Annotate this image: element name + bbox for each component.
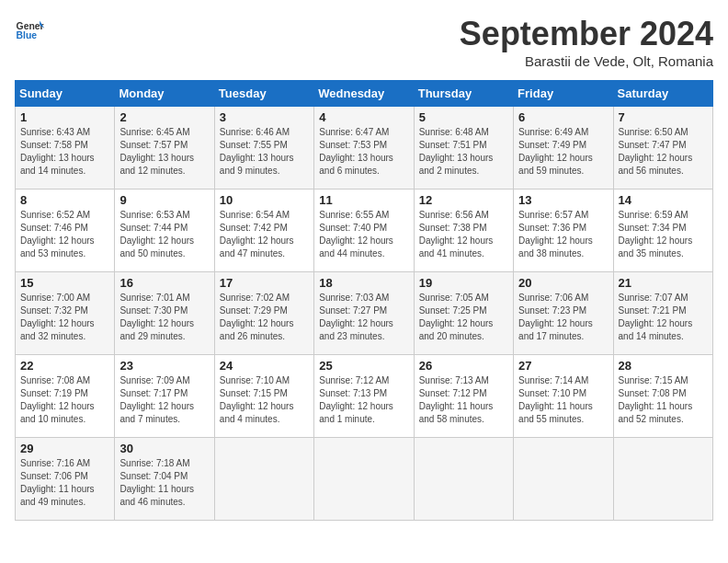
- day-detail: Sunrise: 7:06 AM Sunset: 7:23 PM Dayligh…: [518, 292, 608, 343]
- day-number: 14: [619, 193, 708, 207]
- day-number: 9: [119, 193, 209, 207]
- calendar-table: Sunday Monday Tuesday Wednesday Thursday…: [15, 80, 713, 521]
- day-detail: Sunrise: 6:49 AM Sunset: 7:49 PM Dayligh…: [518, 126, 608, 178]
- day-detail: Sunrise: 6:55 AM Sunset: 7:40 PM Dayligh…: [319, 209, 408, 260]
- table-row: 9Sunrise: 6:53 AM Sunset: 7:44 PM Daylig…: [115, 190, 214, 272]
- day-detail: Sunrise: 7:12 AM Sunset: 7:13 PM Dayligh…: [319, 374, 408, 426]
- table-row: 6Sunrise: 6:49 AM Sunset: 7:49 PM Daylig…: [514, 107, 613, 190]
- day-number: 5: [419, 110, 508, 124]
- day-number: 1: [20, 110, 109, 124]
- table-row: 25Sunrise: 7:12 AM Sunset: 7:13 PM Dayli…: [314, 355, 414, 438]
- header-thursday: Thursday: [414, 81, 513, 107]
- table-row: 15Sunrise: 7:00 AM Sunset: 7:32 PM Dayli…: [16, 272, 115, 355]
- table-row: 20Sunrise: 7:06 AM Sunset: 7:23 PM Dayli…: [514, 272, 613, 355]
- day-detail: Sunrise: 6:59 AM Sunset: 7:34 PM Dayligh…: [619, 209, 708, 260]
- table-row: 30Sunrise: 7:18 AM Sunset: 7:04 PM Dayli…: [115, 438, 214, 521]
- day-number: 13: [518, 193, 608, 207]
- day-detail: Sunrise: 6:57 AM Sunset: 7:36 PM Dayligh…: [518, 209, 608, 260]
- table-row: 14Sunrise: 6:59 AM Sunset: 7:34 PM Dayli…: [613, 190, 712, 272]
- table-row: 24Sunrise: 7:10 AM Sunset: 7:15 PM Dayli…: [214, 355, 313, 438]
- calendar-week-row: 1Sunrise: 6:43 AM Sunset: 7:58 PM Daylig…: [16, 107, 713, 190]
- table-row: 12Sunrise: 6:56 AM Sunset: 7:38 PM Dayli…: [414, 190, 513, 272]
- calendar-week-row: 22Sunrise: 7:08 AM Sunset: 7:19 PM Dayli…: [16, 355, 713, 438]
- table-row: 22Sunrise: 7:08 AM Sunset: 7:19 PM Dayli…: [16, 355, 115, 438]
- day-number: 30: [119, 442, 209, 455]
- day-number: 27: [518, 359, 608, 373]
- day-detail: Sunrise: 6:45 AM Sunset: 7:57 PM Dayligh…: [119, 126, 209, 178]
- day-number: 20: [518, 276, 608, 290]
- table-row: 18Sunrise: 7:03 AM Sunset: 7:27 PM Dayli…: [314, 272, 414, 355]
- calendar-week-row: 8Sunrise: 6:52 AM Sunset: 7:46 PM Daylig…: [16, 190, 713, 272]
- table-row: 5Sunrise: 6:48 AM Sunset: 7:51 PM Daylig…: [414, 107, 513, 190]
- day-detail: Sunrise: 6:47 AM Sunset: 7:53 PM Dayligh…: [319, 126, 408, 178]
- day-detail: Sunrise: 7:15 AM Sunset: 7:08 PM Dayligh…: [619, 374, 708, 426]
- header: General Blue September 2024 Barastii de …: [15, 15, 713, 69]
- day-number: 10: [220, 193, 309, 207]
- day-detail: Sunrise: 7:13 AM Sunset: 7:12 PM Dayligh…: [419, 374, 508, 426]
- table-row: [514, 438, 613, 521]
- table-row: 7Sunrise: 6:50 AM Sunset: 7:47 PM Daylig…: [613, 107, 712, 190]
- table-row: 23Sunrise: 7:09 AM Sunset: 7:17 PM Dayli…: [115, 355, 214, 438]
- day-number: 3: [220, 110, 309, 124]
- header-tuesday: Tuesday: [214, 81, 313, 107]
- day-detail: Sunrise: 7:16 AM Sunset: 7:06 PM Dayligh…: [20, 457, 109, 509]
- day-number: 8: [20, 193, 109, 207]
- calendar-week-row: 29Sunrise: 7:16 AM Sunset: 7:06 PM Dayli…: [16, 438, 713, 521]
- day-number: 7: [619, 110, 708, 124]
- table-row: 13Sunrise: 6:57 AM Sunset: 7:36 PM Dayli…: [514, 190, 613, 272]
- title-area: September 2024 Barastii de Vede, Olt, Ro…: [460, 15, 713, 69]
- table-row: 2Sunrise: 6:45 AM Sunset: 7:57 PM Daylig…: [115, 107, 214, 190]
- day-number: 21: [619, 276, 708, 290]
- day-detail: Sunrise: 6:48 AM Sunset: 7:51 PM Dayligh…: [419, 126, 508, 178]
- table-row: 16Sunrise: 7:01 AM Sunset: 7:30 PM Dayli…: [115, 272, 214, 355]
- day-detail: Sunrise: 7:01 AM Sunset: 7:30 PM Dayligh…: [119, 292, 209, 343]
- table-row: 17Sunrise: 7:02 AM Sunset: 7:29 PM Dayli…: [214, 272, 313, 355]
- day-number: 2: [119, 110, 209, 124]
- header-friday: Friday: [514, 81, 613, 107]
- day-detail: Sunrise: 6:52 AM Sunset: 7:46 PM Dayligh…: [20, 209, 109, 260]
- header-monday: Monday: [115, 81, 214, 107]
- table-row: [414, 438, 513, 521]
- day-number: 12: [419, 193, 508, 207]
- day-detail: Sunrise: 6:53 AM Sunset: 7:44 PM Dayligh…: [119, 209, 209, 260]
- calendar-week-row: 15Sunrise: 7:00 AM Sunset: 7:32 PM Dayli…: [16, 272, 713, 355]
- day-number: 16: [119, 276, 209, 290]
- table-row: 21Sunrise: 7:07 AM Sunset: 7:21 PM Dayli…: [613, 272, 712, 355]
- table-row: [314, 438, 414, 521]
- day-number: 25: [319, 359, 408, 373]
- table-row: 19Sunrise: 7:05 AM Sunset: 7:25 PM Dayli…: [414, 272, 513, 355]
- day-number: 28: [619, 359, 708, 373]
- day-detail: Sunrise: 7:03 AM Sunset: 7:27 PM Dayligh…: [319, 292, 408, 343]
- day-number: 26: [419, 359, 508, 373]
- day-number: 19: [419, 276, 508, 290]
- day-number: 18: [319, 276, 408, 290]
- day-detail: Sunrise: 7:05 AM Sunset: 7:25 PM Dayligh…: [419, 292, 508, 343]
- table-row: 3Sunrise: 6:46 AM Sunset: 7:55 PM Daylig…: [214, 107, 313, 190]
- day-detail: Sunrise: 7:10 AM Sunset: 7:15 PM Dayligh…: [220, 374, 309, 426]
- table-row: 11Sunrise: 6:55 AM Sunset: 7:40 PM Dayli…: [314, 190, 414, 272]
- day-detail: Sunrise: 7:00 AM Sunset: 7:32 PM Dayligh…: [20, 292, 109, 343]
- day-detail: Sunrise: 7:09 AM Sunset: 7:17 PM Dayligh…: [119, 374, 209, 426]
- day-detail: Sunrise: 7:14 AM Sunset: 7:10 PM Dayligh…: [518, 374, 608, 426]
- day-detail: Sunrise: 6:56 AM Sunset: 7:38 PM Dayligh…: [419, 209, 508, 260]
- day-number: 6: [518, 110, 608, 124]
- month-title: September 2024: [460, 15, 713, 53]
- table-row: 4Sunrise: 6:47 AM Sunset: 7:53 PM Daylig…: [314, 107, 414, 190]
- location-subtitle: Barastii de Vede, Olt, Romania: [460, 53, 713, 69]
- table-row: 8Sunrise: 6:52 AM Sunset: 7:46 PM Daylig…: [16, 190, 115, 272]
- logo-icon: General Blue: [15, 15, 44, 44]
- day-detail: Sunrise: 7:02 AM Sunset: 7:29 PM Dayligh…: [220, 292, 309, 343]
- table-row: [613, 438, 712, 521]
- day-detail: Sunrise: 7:08 AM Sunset: 7:19 PM Dayligh…: [20, 374, 109, 426]
- day-number: 4: [319, 110, 408, 124]
- day-detail: Sunrise: 6:46 AM Sunset: 7:55 PM Dayligh…: [220, 126, 309, 178]
- day-number: 24: [220, 359, 309, 373]
- calendar-header-row: Sunday Monday Tuesday Wednesday Thursday…: [16, 81, 713, 107]
- day-number: 15: [20, 276, 109, 290]
- day-detail: Sunrise: 7:07 AM Sunset: 7:21 PM Dayligh…: [619, 292, 708, 343]
- day-number: 23: [119, 359, 209, 373]
- day-detail: Sunrise: 6:54 AM Sunset: 7:42 PM Dayligh…: [220, 209, 309, 260]
- day-detail: Sunrise: 7:18 AM Sunset: 7:04 PM Dayligh…: [119, 457, 209, 509]
- logo: General Blue: [15, 15, 44, 44]
- header-saturday: Saturday: [613, 81, 712, 107]
